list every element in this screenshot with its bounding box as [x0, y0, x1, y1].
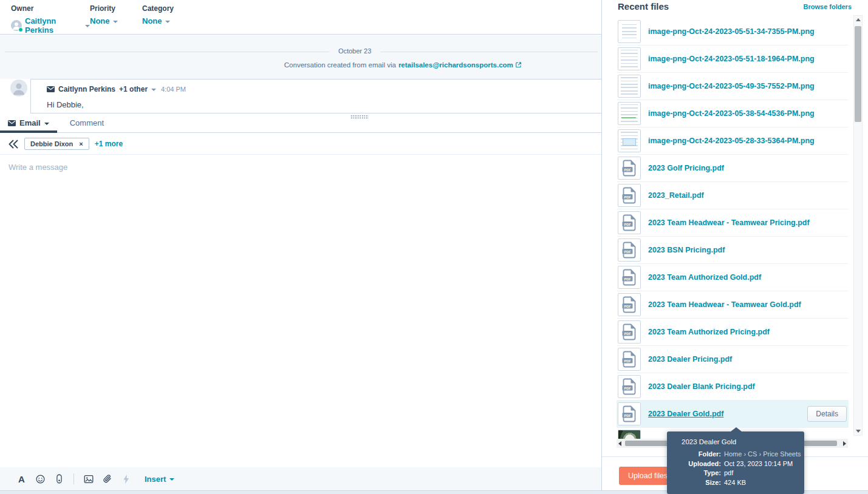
- file-row[interactable]: PDF 2023 Team Authorized Pricing.pdf: [617, 319, 849, 346]
- file-link[interactable]: 2023 Golf Pricing.pdf: [648, 164, 724, 172]
- file-row[interactable]: PDF 2023 Team Headwear - Teamwear Gold.p…: [617, 291, 849, 319]
- tab-email[interactable]: Email: [0, 113, 57, 132]
- vertical-scroll-track[interactable]: [855, 24, 861, 427]
- file-link[interactable]: image-png-Oct-24-2023-05-49-35-7552-PM.p…: [648, 82, 815, 90]
- file-thumbnail: PDF: [618, 293, 641, 316]
- file-thumbnail: PDF: [618, 239, 641, 262]
- file-link[interactable]: image-png-Oct-24-2023-05-51-34-7355-PM.p…: [648, 27, 815, 36]
- file-row[interactable]: image-png-Oct-24-2023-05-49-35-7552-PM.p…: [617, 73, 849, 100]
- online-status-dot: [18, 27, 23, 32]
- file-row[interactable]: PDF 2023 Golf Pricing.pdf: [617, 155, 849, 182]
- insert-dropdown[interactable]: Insert: [145, 475, 174, 484]
- file-link[interactable]: 2023 Team Headwear - Teamwear Pricing.pd…: [648, 218, 810, 227]
- sender-avatar: [10, 80, 27, 96]
- remove-recipient-icon[interactable]: ×: [79, 140, 83, 147]
- file-row[interactable]: image-png-Oct-24-2023-05-38-54-4536-PM.p…: [617, 100, 849, 127]
- file-row[interactable]: PDF 2023 Team Headwear - Teamwear Pricin…: [617, 209, 849, 237]
- composer-tabs: Email Comment: [0, 113, 601, 133]
- date-divider: [5, 52, 598, 52]
- scroll-right-icon[interactable]: [843, 441, 846, 446]
- tooltip-uploaded-label: Uploaded:: [675, 460, 721, 467]
- file-row[interactable]: image-png-Oct-24-2023-05-28-33-5364-PM.p…: [617, 127, 849, 155]
- file-row[interactable]: PDF 2023 Dealer Blank Pricing.pdf: [617, 373, 849, 401]
- message-body: Hi Debbie,: [47, 100, 601, 109]
- recipient-chip[interactable]: Debbie Dixon ×: [24, 138, 89, 150]
- vertical-scrollbar[interactable]: [853, 15, 863, 436]
- file-link[interactable]: 2023 Team Authorized Pricing.pdf: [648, 328, 770, 336]
- tooltip-arrow: [731, 427, 742, 431]
- attach-file-icon[interactable]: [102, 474, 112, 484]
- file-tooltip: 2023 Dealer Gold Folder: Home › CS › Pri…: [667, 431, 804, 494]
- file-link[interactable]: 2023 BSN Pricing.pdf: [648, 246, 725, 254]
- vertical-scroll-thumb[interactable]: [855, 26, 861, 122]
- personalization-token-icon[interactable]: [54, 474, 64, 484]
- file-link[interactable]: 2023_Retail.pdf: [648, 191, 704, 200]
- scroll-left-icon[interactable]: [618, 441, 621, 446]
- chevron-down-icon: [165, 21, 170, 23]
- file-thumbnail: [618, 75, 641, 98]
- category-dropdown[interactable]: None: [142, 16, 174, 25]
- file-row[interactable]: PDF 2023 Dealer Pricing.pdf: [617, 346, 849, 373]
- file-link[interactable]: 2023 Team Authorized Gold.pdf: [648, 273, 761, 282]
- browse-folders-link[interactable]: Browse folders: [804, 3, 852, 10]
- file-link[interactable]: 2023 Dealer Gold.pdf: [648, 410, 723, 418]
- message-editor[interactable]: Write a message: [0, 155, 601, 467]
- tooltip-folder-label: Folder:: [675, 450, 721, 458]
- svg-text:PDF: PDF: [624, 195, 631, 199]
- tab-comment[interactable]: Comment: [62, 113, 112, 132]
- file-row[interactable]: PDF 2023_Retail.pdf: [617, 182, 849, 209]
- file-thumbnail: [618, 20, 641, 43]
- recent-files-panel: Recent files Browse folders image-png-Oc…: [601, 0, 868, 494]
- timeline-section: October 23 Conversation created from ema…: [0, 35, 601, 79]
- email-message-card[interactable]: Caitlynn Perkins +1 other 4:04 PM Hi Deb…: [30, 79, 601, 113]
- scroll-up-icon[interactable]: [854, 16, 862, 24]
- file-thumbnail: [618, 102, 641, 125]
- file-link[interactable]: 2023 Dealer Blank Pricing.pdf: [648, 382, 755, 391]
- tooltip-size-value: 424 KB: [724, 479, 801, 486]
- file-row[interactable]: image-png-Oct-24-2023-05-51-34-7355-PM.p…: [617, 18, 849, 46]
- scroll-down-icon[interactable]: [854, 427, 862, 435]
- file-row[interactable]: PDF 2023 Team Authorized Gold.pdf: [617, 264, 849, 291]
- svg-text:PDF: PDF: [624, 250, 631, 254]
- category-property: Category None: [142, 4, 174, 34]
- file-list: image-png-Oct-24-2023-05-51-34-7355-PM.p…: [617, 18, 849, 440]
- file-link[interactable]: 2023 Dealer Pricing.pdf: [648, 355, 732, 364]
- file-row[interactable]: PDF 2023 Dealer Gold.pdf Details: [617, 401, 849, 428]
- pdf-icon: PDF: [622, 160, 637, 177]
- drag-handle[interactable]: [350, 115, 369, 119]
- pdf-icon: PDF: [622, 378, 637, 395]
- file-link[interactable]: 2023 Team Headwear - Teamwear Gold.pdf: [648, 300, 801, 309]
- file-row[interactable]: PDF 2023 BSN Pricing.pdf: [617, 237, 849, 264]
- priority-dropdown[interactable]: None: [90, 16, 142, 25]
- file-row[interactable]: image-png-Oct-24-2023-05-51-18-1964-PM.p…: [617, 46, 849, 73]
- message-sender: Caitlynn Perkins: [58, 85, 115, 93]
- priority-label: Priority: [90, 4, 142, 13]
- image-preview: [621, 50, 638, 68]
- owner-dropdown[interactable]: Caitlynn Perkins: [11, 16, 90, 35]
- insert-image-icon[interactable]: [83, 474, 94, 484]
- tab-comment-label: Comment: [70, 118, 104, 127]
- email-icon: [47, 86, 55, 92]
- file-thumbnail: [618, 129, 641, 152]
- chevron-down-icon[interactable]: [151, 89, 156, 91]
- image-preview: [621, 77, 638, 95]
- format-text-icon[interactable]: A: [16, 474, 27, 484]
- file-link[interactable]: image-png-Oct-24-2023-05-28-33-5364-PM.p…: [648, 137, 815, 145]
- file-link[interactable]: image-png-Oct-24-2023-05-51-18-1964-PM.p…: [648, 55, 815, 63]
- emoji-icon[interactable]: [35, 474, 46, 484]
- recipient-name: Debbie Dixon: [30, 140, 73, 147]
- svg-text:PDF: PDF: [624, 414, 631, 418]
- file-link[interactable]: image-png-Oct-24-2023-05-38-54-4536-PM.p…: [648, 109, 815, 118]
- email-icon: [8, 120, 16, 126]
- toolbar-divider: [73, 473, 74, 484]
- pdf-icon: PDF: [622, 405, 637, 422]
- reply-all-icon[interactable]: [8, 140, 19, 149]
- file-thumbnail: [618, 47, 641, 70]
- external-link-icon: [516, 62, 522, 68]
- priority-property: Priority None: [90, 4, 142, 34]
- owner-avatar: [11, 20, 22, 31]
- email-source-link[interactable]: retailsales@richardsonsports.com: [398, 61, 513, 69]
- system-note-text: Conversation created from email via: [284, 61, 396, 69]
- details-button[interactable]: Details: [807, 406, 847, 422]
- more-recipients-link[interactable]: +1 more: [95, 140, 123, 148]
